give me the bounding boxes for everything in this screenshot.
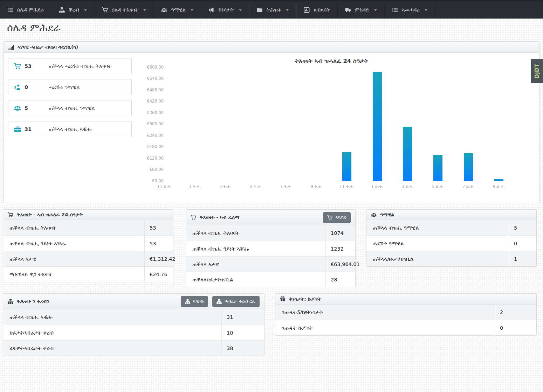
row-label: ክፉታት ሓበሬታት ቀረብ: [3, 325, 221, 340]
sitemap-icon: [185, 299, 190, 304]
cart-icon: [191, 215, 196, 220]
chevron-down-icon: [286, 9, 289, 11]
nav-item-7[interactable]: ጸብጻባት: [296, 1, 338, 19]
user-new-icon: [14, 84, 21, 91]
chart-column: 9 ቅ.ቀ.: [301, 67, 332, 181]
customers-title: ዓማዊል: [380, 212, 394, 218]
row-label: ጠቕላላ ብዝሒ ትእዛዛት: [3, 220, 144, 236]
stat-label: ጠቕላላ ብዝሒ ዓማዊል: [49, 105, 95, 111]
users-icon: [14, 105, 21, 112]
content-supply-table: ትሕዝቶ ን ቀረብን ኣካይድ ሓበሬታ ቀረብ ርኤ ጠቕላላ ብዝሒ ኣቑ…: [3, 293, 264, 356]
chevron-down-icon: [425, 9, 427, 11]
stat-label: ሓደሽቲ ዓማዊል: [49, 84, 80, 90]
chart-bar: [494, 179, 503, 181]
orders-24h-header: ትእዛዛት - ኣብ ዝሓለፈ 24 ሰዓታት: [3, 210, 173, 220]
stat-label: ጠቕላላ ብዝሒ ኣቑሑ: [49, 126, 92, 132]
customers-table: ዓማዊል ጠቕላላ ብዝሒ ዓማዊል5ሓደሽቲ ዓማዊል0ጠቕላላ ክፉታት ዘ…: [366, 209, 537, 267]
row-label: ማእኸላይ ዋጋ ትእዛዝ: [3, 267, 144, 282]
djdt-label: DjDT: [534, 64, 540, 78]
list-icon: [392, 7, 398, 13]
row-label: ሓደሽቲ ዓማዊል: [366, 236, 509, 251]
sitemap-icon: [59, 7, 65, 13]
chevron-down-icon: [84, 9, 87, 11]
row-label: ጠቕላላ ብዝሒ ዓይነት ኣቑሑ: [3, 236, 144, 251]
view-supply-info-button[interactable]: ሓበሬታ ቀረብ ርኤ: [212, 296, 260, 307]
discounts-coupons-table: ቅነሳታት: ኩፖናት ንጡፋት Site ቅነሳታት2ንጡፋት ኩፖናት0: [275, 293, 537, 336]
chart-bar: [342, 152, 351, 181]
nav-item-3[interactable]: ሰሌዳ ትእዛዛት: [95, 1, 154, 19]
row-label: ጠቕላላ ኣታዊ: [186, 257, 325, 272]
stat-label: ጠቕላላ ሓደሽቲ ብዝሒ ትእዛዛት: [49, 63, 111, 69]
row-label: ጠቕላላ ብዝሒ ዓማዊል: [366, 220, 509, 236]
top-navbar: ሰሌዳ ምሕደራቐረብሰሌዳ ትእዛዛትዓማዊልቅነሳታትትሕዝቶጸብጻባትምስ…: [0, 0, 543, 19]
bullhorn-icon: [208, 7, 214, 13]
cart-icon: [327, 215, 332, 220]
row-label: ጠቕላላ ክፉታት ዘናቢል: [186, 272, 325, 287]
row-value: €24.76: [144, 267, 173, 282]
table-row: ክፉታት ሓበሬታት ቀረብ10: [3, 325, 264, 340]
stat-value: 5: [25, 105, 28, 111]
row-label: ንጡፋት Site ቅነሳታት: [275, 304, 495, 320]
gift-icon: [280, 296, 286, 302]
orders-all-time-header: ትእዛዛት - ካብ ፈለማ ኣካይድ: [186, 210, 355, 225]
table-row: ጠቕላላ ብዝሒ ዓይነት ኣቑሑ53: [3, 236, 173, 251]
chevron-down-icon: [191, 9, 193, 11]
users-icon: [371, 212, 377, 218]
view-orders-button[interactable]: ኣካይድ: [323, 212, 351, 223]
orders-24h-table: ትእዛዛት - ኣብ ዝሓለፈ 24 ሰዓታት ጠቕላላ ብዝሒ ትእዛዛት53…: [3, 209, 173, 282]
row-label: ጠቕላላ ክፉታት ዘናቢል: [366, 251, 509, 266]
row-label: ጠቕላላ ብዝሒ ዓይነት ኣቑሑ: [186, 241, 325, 256]
chart-bar: [433, 155, 442, 181]
nav-item-4[interactable]: ዓማዊል: [154, 1, 201, 19]
sitemap-icon: [216, 299, 222, 304]
store-overview-title: ኣሃዛዊ ሓበሬታ ብዛዕባ ዱኳንኪ(ካ): [18, 44, 78, 50]
row-value: 38: [221, 341, 264, 356]
chevron-down-icon: [239, 9, 242, 11]
store-overview-panel: ኣሃዛዊ ሓበሬታ ብዛዕባ ዱኳንኪ(ካ) 53ጠቕላላ ሓደሽቲ ብዝሒ ት…: [4, 41, 539, 203]
nav-item-6[interactable]: ትሕዝቶ: [249, 1, 297, 19]
table-row: ጠቕላላ ኣታዊ€63,964.01: [186, 256, 355, 272]
django-debug-toolbar-handle[interactable]: DjDT: [531, 59, 543, 83]
x-tick-label: 9 ድ.ቀ.: [481, 184, 517, 189]
table-row: ጠቕላላ ብዝሒ ትእዛዛት1074: [186, 225, 355, 241]
table-row: ጠቕላላ ብዝሒ ኣቑሑ31: [3, 309, 264, 325]
nav-item-label: ቅነሳታት: [218, 7, 234, 13]
nav-item-label: ሰሌዳ ትእዛዛት: [112, 7, 139, 13]
nav-item-1[interactable]: ሰሌዳ ምሕደራ: [0, 1, 51, 19]
store-overview-header: ኣሃዛዊ ሓበሬታ ብዛዕባ ዱኳንኪ(ካ): [4, 42, 539, 53]
orders-24h-title: ትእዛዛት - ኣብ ዝሓለፈ 24 ሰዓታት: [17, 212, 83, 218]
row-value: 53: [144, 220, 173, 236]
row-value: €1,312.42: [144, 251, 173, 266]
stat-tile-4: 31ጠቕላላ ብዝሒ ኣቑሑ: [8, 121, 132, 137]
row-value: 53: [144, 236, 173, 251]
row-value: 1: [509, 251, 536, 266]
table-row: ንጡፋት Site ቅነሳታት2: [275, 304, 536, 320]
discounts-coupons-title: ቅነሳታት: ኩፖናት: [289, 296, 321, 302]
row-value: 28: [325, 272, 355, 287]
truck-icon: [345, 7, 351, 13]
orders-all-time-table: ትእዛዛት - ካብ ፈለማ ኣካይድ ጠቕላላ ብዝሒ ትእዛዛት1074ጠቕ…: [186, 209, 356, 287]
orders-bar-chart: 11 ድ.ቀ.1 ቅ.ቀ.3 ቅ.ቀ.5 ቅ.ቀ.7 ቅ.ቀ.9 ቅ.ቀ.11 …: [149, 67, 514, 181]
nav-item-2[interactable]: ቐረብ: [51, 1, 94, 19]
table-row: ጠቕላላ ብዝሒ ዓማዊል5: [366, 220, 536, 236]
view-content-button[interactable]: ኣካይድ: [181, 296, 208, 307]
table-row: ንጡፋት ኩፖናት0: [275, 320, 536, 335]
table-row: ዕጹዋት ሓበሬታት ቀረብ38: [3, 340, 264, 356]
table-row: ጠቕላላ ብዝሒ ትእዛዛት53: [3, 220, 173, 236]
chart-bar: [373, 72, 382, 181]
row-value: 10: [221, 325, 264, 340]
users-icon: [161, 7, 167, 13]
chevron-down-icon: [143, 9, 146, 11]
nav-item-9[interactable]: ኣመሓዳሪ: [385, 1, 435, 19]
chart-bar: [464, 153, 473, 181]
chart-column: 5 ቅ.ቀ.: [240, 67, 271, 181]
stat-tile-3: 5ጠቕላላ ብዝሒ ዓማዊል: [8, 100, 132, 116]
chart-column: 5 ድ.ቀ.: [423, 67, 453, 181]
chart-icon: [304, 7, 310, 13]
chart-column: 1 ቅ.ቀ.: [180, 67, 210, 181]
sitemap-icon: [8, 299, 13, 304]
nav-item-5[interactable]: ቅነሳታት: [201, 1, 249, 19]
row-label: ጠቕላላ ኣታዊ: [3, 251, 144, 266]
nav-item-8[interactable]: ምስዳድ: [338, 1, 385, 19]
row-label: ጠቕላላ ብዝሒ ኣቑሑ: [3, 309, 221, 325]
